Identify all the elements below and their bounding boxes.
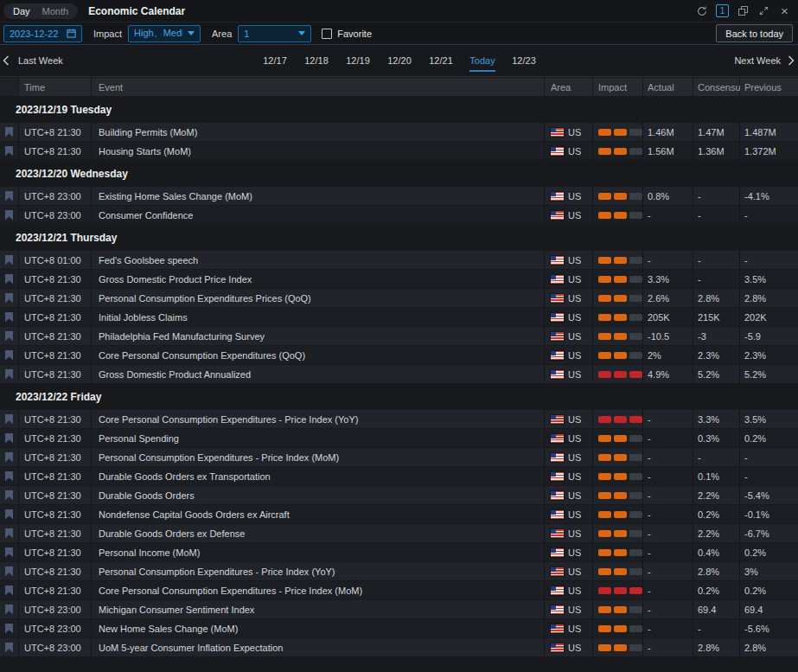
event-row[interactable]: UTC+8 21:30 Initial Jobless Claims US 20… — [0, 308, 798, 326]
us-flag-icon — [551, 643, 564, 652]
row-previous: 202K — [740, 308, 798, 326]
titlebar: Day Month Economic Calendar 1 × — [0, 0, 798, 22]
impact-bars — [598, 511, 642, 518]
event-row[interactable]: UTC+8 21:30 Philadelphia Fed Manufacturi… — [0, 327, 798, 345]
row-previous: 0.2% — [740, 429, 798, 447]
bookmark-icon — [5, 255, 13, 266]
bookmark-cell[interactable] — [0, 187, 19, 205]
expand-icon[interactable] — [757, 4, 770, 17]
impact-filter-select[interactable]: High、Medi... — [128, 25, 201, 42]
event-row[interactable]: UTC+8 21:30 Personal Consumption Expendi… — [0, 448, 798, 466]
bookmark-cell[interactable] — [0, 365, 19, 383]
calendar-body: 2023/12/19 Tuesday UTC+8 21:30 Building … — [0, 97, 798, 656]
row-actual: -10.5 — [643, 327, 693, 345]
weekday-tab[interactable]: 12/18 — [296, 45, 337, 76]
chevron-down-icon — [188, 31, 195, 35]
tab-month[interactable]: Month — [36, 5, 75, 17]
chevron-down-icon — [298, 31, 305, 35]
bookmark-cell[interactable] — [0, 562, 19, 580]
weekday-tab[interactable]: 12/23 — [503, 45, 545, 76]
bookmark-cell[interactable] — [0, 486, 19, 504]
refresh-icon[interactable] — [695, 4, 708, 17]
event-row[interactable]: UTC+8 23:00 UoM 5-year Consumer Inflatio… — [0, 638, 798, 656]
row-impact — [593, 581, 643, 599]
bookmark-icon — [5, 312, 13, 323]
bookmark-cell[interactable] — [0, 543, 19, 561]
restore-window-icon[interactable] — [737, 4, 750, 17]
event-row[interactable]: UTC+8 01:00 Fed's Goolsbee speech US - -… — [0, 251, 798, 269]
bookmark-cell[interactable] — [0, 251, 19, 269]
event-row[interactable]: UTC+8 21:30 Gross Domestic Product Annua… — [0, 365, 798, 383]
layout-count-badge[interactable]: 1 — [716, 4, 729, 17]
event-row[interactable]: UTC+8 21:30 Core Personal Consumption Ex… — [0, 410, 798, 428]
event-row[interactable]: UTC+8 21:30 Building Permits (MoM) US 1.… — [0, 123, 798, 141]
bookmark-cell[interactable] — [0, 289, 19, 307]
last-week-button[interactable]: Last Week — [3, 55, 63, 66]
bookmark-cell[interactable] — [0, 327, 19, 345]
weekday-tab[interactable]: 12/19 — [337, 45, 379, 76]
event-row[interactable]: UTC+8 21:30 Personal Income (MoM) US - 0… — [0, 543, 798, 561]
bookmark-cell[interactable] — [0, 123, 19, 141]
event-row[interactable]: UTC+8 21:30 Nondefense Capital Goods Ord… — [0, 505, 798, 523]
back-to-today-button[interactable]: Back to today — [716, 24, 793, 42]
row-actual: - — [643, 581, 693, 599]
close-icon[interactable]: × — [778, 4, 791, 17]
window-controls: 1 × — [695, 4, 791, 17]
bookmark-cell[interactable] — [0, 142, 19, 160]
row-actual: 2% — [643, 346, 693, 364]
event-row[interactable]: UTC+8 21:30 Core Personal Consumption Ex… — [0, 346, 798, 364]
weekday-tab[interactable]: 12/20 — [379, 45, 420, 76]
event-row[interactable]: UTC+8 23:00 Michigan Consumer Sentiment … — [0, 600, 798, 618]
bookmark-cell[interactable] — [0, 410, 19, 428]
weekday-tab[interactable]: 12/21 — [420, 45, 462, 76]
row-area-label: US — [568, 643, 581, 653]
weekday-tab[interactable]: 12/17 — [254, 45, 296, 76]
favorite-checkbox[interactable] — [322, 29, 332, 39]
bookmark-cell[interactable] — [0, 600, 19, 618]
row-consensus: 5.2% — [693, 365, 740, 383]
event-row[interactable]: UTC+8 21:30 Durable Goods Orders US - 2.… — [0, 486, 798, 504]
event-row[interactable]: UTC+8 21:30 Durable Goods Orders ex Tran… — [0, 467, 798, 485]
weekday-tab[interactable]: Today — [462, 45, 503, 76]
event-row[interactable]: UTC+8 21:30 Personal Consumption Expendi… — [0, 562, 798, 580]
bookmark-icon — [5, 471, 13, 482]
bookmark-cell[interactable] — [0, 429, 19, 447]
bookmark-cell[interactable] — [0, 467, 19, 485]
tab-day[interactable]: Day — [7, 5, 36, 17]
bookmark-cell[interactable] — [0, 206, 19, 224]
bookmark-icon — [5, 605, 13, 615]
bookmark-cell[interactable] — [0, 270, 19, 288]
row-impact — [593, 327, 643, 345]
bookmark-cell[interactable] — [0, 638, 19, 656]
date-picker[interactable]: 2023-12-22 — [3, 25, 82, 42]
bookmark-icon — [5, 146, 13, 157]
bookmark-cell[interactable] — [0, 346, 19, 364]
impact-bars — [598, 568, 642, 575]
area-filter-select[interactable]: 1 — [238, 25, 311, 42]
row-previous: 3.5% — [740, 270, 798, 288]
event-row[interactable]: UTC+8 21:30 Housing Starts (MoM) US 1.56… — [0, 142, 798, 160]
event-row[interactable]: UTC+8 23:00 Consumer Confidence US - - - — [0, 206, 798, 224]
bookmark-cell[interactable] — [0, 581, 19, 599]
row-consensus: 215K — [693, 308, 740, 326]
bookmark-cell[interactable] — [0, 308, 19, 326]
row-time: UTC+8 21:30 — [19, 505, 92, 523]
row-time: UTC+8 21:30 — [19, 327, 92, 345]
event-row[interactable]: UTC+8 21:30 Gross Domestic Product Price… — [0, 270, 798, 288]
row-area-label: US — [568, 191, 581, 202]
event-row[interactable]: UTC+8 21:30 Core Personal Consumption Ex… — [0, 581, 798, 599]
row-area-label: US — [568, 350, 581, 361]
bookmark-cell[interactable] — [0, 448, 19, 466]
bookmark-cell[interactable] — [0, 619, 19, 637]
row-impact — [593, 619, 643, 637]
bookmark-cell[interactable] — [0, 505, 19, 523]
next-week-button[interactable]: Next Week — [734, 55, 795, 66]
row-previous: - — [740, 251, 798, 269]
event-row[interactable]: UTC+8 21:30 Durable Goods Orders ex Defe… — [0, 524, 798, 542]
event-row[interactable]: UTC+8 23:00 New Home Sales Change (MoM) … — [0, 619, 798, 637]
row-previous: 3.5% — [740, 410, 798, 428]
event-row[interactable]: UTC+8 21:30 Personal Spending US - 0.3% … — [0, 429, 798, 447]
bookmark-cell[interactable] — [0, 524, 19, 542]
event-row[interactable]: UTC+8 21:30 Personal Consumption Expendi… — [0, 289, 798, 307]
event-row[interactable]: UTC+8 23:00 Existing Home Sales Change (… — [0, 187, 798, 205]
